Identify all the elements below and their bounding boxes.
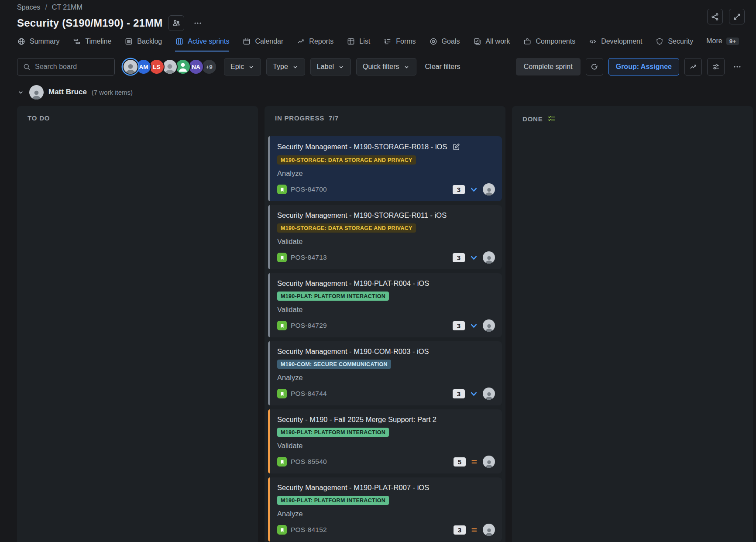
tab-summary[interactable]: Summary [17,37,59,51]
fullscreen-button[interactable] [729,9,745,24]
sprint-board: Matt Bruce (7 work items) TO DO IN PROGR… [0,84,756,542]
card-status: Validate [277,442,495,450]
breadcrumb: Spaces / CT 21MM [17,3,745,11]
tab-components[interactable]: Components [523,37,575,51]
work-item-card[interactable]: Security Management - M190-STORAGE-R018 … [268,136,502,201]
priority-medium-icon [470,458,478,466]
column-todo: TO DO [17,106,258,542]
search-input[interactable] [35,63,100,71]
work-item-card[interactable]: Security Management - M190-PLAT-R007 - i… [268,477,502,542]
tab-list[interactable]: List [347,37,370,51]
work-item-card[interactable]: Security - M190 - Fall 2025 Merge Suppor… [268,409,502,473]
card-key[interactable]: POS-84700 [291,185,327,193]
share-button[interactable] [707,9,723,24]
assignee-avatar[interactable] [483,388,495,400]
insights-button[interactable] [684,58,702,75]
estimate-badge: 3 [453,185,465,194]
chevron-down-icon [292,64,299,70]
card-key[interactable]: POS-84713 [291,254,327,261]
story-type-icon [277,457,287,467]
tab-development[interactable]: Development [588,37,642,51]
person-icon [484,459,494,468]
card-title: Security Management - M190-STORAGE-R011 … [277,211,447,220]
epic-label[interactable]: M190-COM: SECURE COMMUNICATION [277,360,391,369]
goals-icon [429,37,438,46]
epic-label[interactable]: M190-PLAT: PLATFORM INTERACTION [277,496,389,505]
tab-all-work[interactable]: All work [473,37,510,51]
assignee-avatar[interactable] [483,456,495,468]
person-icon [163,62,176,74]
person-icon [484,391,494,400]
estimate-badge: 5 [454,457,466,467]
column-todo-cards [17,125,258,140]
column-done-cards [512,127,753,141]
priority-low-icon [469,389,478,398]
card-status: Analyze [277,510,495,518]
backlog-icon [124,37,133,46]
toolbar-more-button[interactable] [730,58,745,75]
work-item-card[interactable]: Security Management - M190-STORAGE-R011 … [268,205,502,269]
column-in-progress: IN PROGRESS 7/7 Security Management - M1… [265,106,505,542]
share-icon [711,12,720,21]
search-board[interactable] [17,58,115,75]
card-key[interactable]: POS-84729 [291,322,327,329]
card-title: Security - M190 - Fall 2025 Merge Suppor… [277,415,436,424]
avatar-user-1[interactable] [123,59,138,75]
assignee-group-header[interactable]: Matt Bruce (7 work items) [17,84,756,100]
tab-goals[interactable]: Goals [429,37,460,51]
development-icon [588,37,597,46]
tab-forms[interactable]: Forms [383,37,416,51]
clear-filters-button[interactable]: Clear filters [425,63,460,71]
breadcrumb-separator: / [45,3,47,11]
card-key[interactable]: POS-84152 [291,526,327,534]
tab-active-sprints[interactable]: Active sprints [175,37,229,51]
collaborators-button[interactable] [168,15,184,31]
epic-filter-button[interactable]: Epic [224,58,261,75]
search-icon [23,63,31,71]
tab-security[interactable]: Security [655,37,693,51]
estimate-badge: 3 [453,389,465,398]
chart-icon [689,62,698,71]
person-icon [177,62,189,72]
breadcrumb-spaces[interactable]: Spaces [17,3,40,11]
assignee-avatar[interactable] [483,524,495,536]
page-header: Spaces / CT 21MM Security (S190/M190) - … [0,0,756,31]
card-key[interactable]: POS-84744 [291,390,327,398]
label-filter-button[interactable]: Label [310,58,351,75]
edit-icon[interactable] [452,142,461,151]
complete-sprint-button[interactable]: Complete sprint [516,58,581,75]
epic-label[interactable]: M190-STORAGE: DATA STORAGE AND PRIVACY [277,155,416,165]
tab-timeline[interactable]: Timeline [72,37,111,51]
chevron-down-icon [403,64,410,70]
title-more-button[interactable] [190,15,206,31]
column-todo-title: TO DO [27,114,50,122]
work-item-card[interactable]: Security Management - M190-COM-R003 - iO… [268,341,502,405]
page-title: Security (S190/M190) - 21MM [17,17,163,29]
assignee-avatar[interactable] [483,183,495,196]
forms-icon [383,37,392,46]
breadcrumb-project[interactable]: CT 21MM [52,3,82,11]
work-item-card[interactable]: Security Management - M190-PLAT-R004 - i… [268,273,502,337]
type-filter-button[interactable]: Type [266,58,305,75]
estimate-badge: 3 [453,321,465,330]
assignee-avatar[interactable] [483,251,495,264]
group-by-button[interactable]: Group: Assignee [608,58,679,75]
tab-backlog[interactable]: Backlog [124,37,162,51]
priority-medium-icon [470,526,478,534]
estimate-badge: 3 [454,525,466,535]
epic-label[interactable]: M190-PLAT: PLATFORM INTERACTION [277,292,389,301]
chevron-down-icon[interactable] [17,89,24,96]
automation-loop-icon [590,62,599,72]
tab-calendar[interactable]: Calendar [242,37,283,51]
assignee-avatar[interactable] [483,319,495,332]
epic-label[interactable]: M190-PLAT: PLATFORM INTERACTION [277,428,389,437]
automation-button[interactable] [586,58,603,75]
tab-more[interactable]: More 9+ [706,37,739,51]
column-in-progress-cards: Security Management - M190-STORAGE-R018 … [265,125,505,542]
story-type-icon [277,185,287,194]
card-key[interactable]: POS-85540 [291,458,327,466]
view-settings-button[interactable] [707,58,725,75]
tab-reports[interactable]: Reports [296,37,333,51]
quick-filters-button[interactable]: Quick filters [356,58,416,75]
epic-label[interactable]: M190-STORAGE: DATA STORAGE AND PRIVACY [277,223,416,233]
